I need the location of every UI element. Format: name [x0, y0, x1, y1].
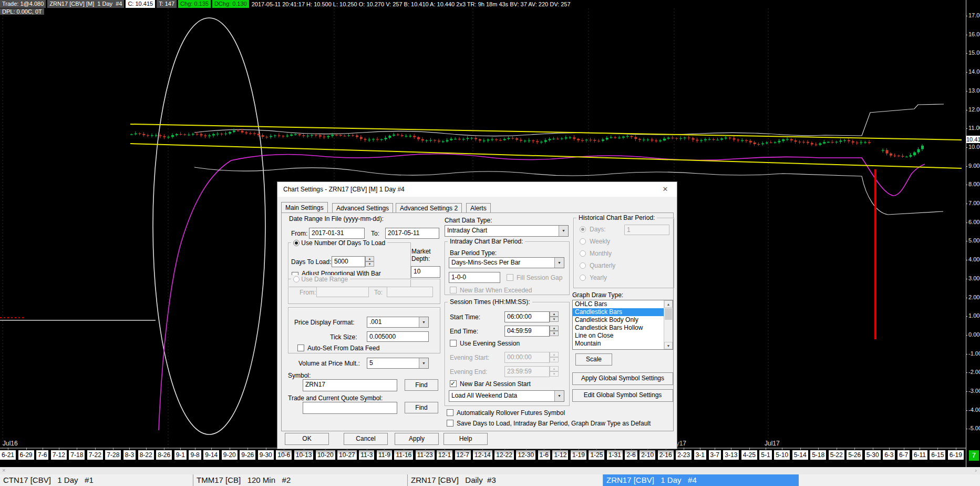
date-chip[interactable]: 9-14 [203, 450, 219, 460]
scroll-up-icon[interactable]: ▲ [664, 300, 673, 308]
graph-draw-type-option[interactable]: Candlestick Bars Hollow [573, 324, 673, 332]
graph-draw-type-listbox[interactable]: OHLC BarsCandlestick BarsCandlestick Bod… [572, 300, 673, 350]
date-chip[interactable]: 10-20 [316, 450, 335, 460]
date-chip[interactable]: 4-25 [741, 450, 757, 460]
date-chip[interactable]: 7-22 [87, 450, 103, 460]
evening-end-input[interactable]: 23:59:59 [504, 366, 550, 377]
date-chip[interactable]: 12-7 [455, 450, 471, 460]
udr-to-input[interactable] [387, 287, 433, 297]
days-to-load-input[interactable]: 5000 [332, 256, 365, 267]
volume-mult-select[interactable]: 5 ▼ [367, 358, 429, 369]
date-chip[interactable]: 5-30 [865, 450, 881, 460]
lower-yellow-trendline[interactable] [130, 144, 962, 168]
date-chip[interactable]: 2-23 [676, 450, 692, 460]
apply-global-symbol-settings-button[interactable]: Apply Global Symbol Settings [572, 372, 673, 385]
listbox-scrollbar[interactable]: ▲ ▼ [664, 300, 673, 349]
use-days-radio[interactable] [293, 240, 300, 246]
price-axis[interactable]: 17.00016.00015.00014.00013.00012.00011.0… [966, 0, 980, 486]
historical-radio-weekly[interactable] [580, 238, 586, 245]
date-chip[interactable]: 5-26 [847, 450, 862, 460]
date-chip[interactable]: 9-20 [222, 450, 238, 460]
date-chip[interactable]: 8-22 [138, 450, 154, 460]
date-chip[interactable]: 12-22 [494, 450, 514, 460]
trade-symbol-input[interactable] [303, 402, 397, 414]
historical-radio-quarterly[interactable] [580, 262, 586, 269]
scale-button[interactable]: Scale [575, 353, 612, 366]
date-chip[interactable]: 6-19 [948, 450, 964, 460]
help-button[interactable]: Help [443, 433, 488, 445]
dialog-tab-alerts[interactable]: Alerts [466, 203, 491, 213]
chevron-down-icon[interactable]: ▼ [554, 258, 564, 268]
historical-radio-days[interactable] [580, 226, 586, 232]
apply-button[interactable]: Apply [395, 433, 439, 445]
date-chip[interactable]: 12-14 [473, 450, 492, 460]
ellipse-drawing[interactable] [153, 18, 265, 434]
start-time-input[interactable]: 06:00:00 [504, 311, 550, 322]
evening-end-spinner[interactable]: ▲▼ [550, 366, 559, 377]
dialog-tab-advanced-settings-2[interactable]: Advanced Settings 2 [396, 203, 462, 213]
graph-draw-type-option[interactable]: Candlestick Body Only [573, 316, 673, 324]
date-chip[interactable]: 7-18 [69, 450, 85, 460]
edit-global-symbol-settings-button[interactable]: Edit Global Symbol Settings [572, 389, 673, 402]
date-chip[interactable]: 9-8 [189, 450, 201, 460]
date-chip[interactable]: 3-13 [723, 450, 739, 460]
fill-session-gap-checkbox[interactable] [507, 274, 513, 281]
scroll-right-arrow[interactable]: › [975, 467, 977, 473]
scroll-down-icon[interactable]: ▼ [664, 342, 673, 349]
historical-radio-monthly[interactable] [580, 250, 586, 257]
date-chip[interactable]: 9-30 [258, 450, 274, 460]
new-bar-exceeded-checkbox[interactable] [450, 287, 457, 293]
price-display-format-select[interactable]: .001 ▼ [367, 317, 429, 328]
start-time-spinner[interactable]: ▲▼ [550, 311, 559, 322]
historical-radio-yearly[interactable] [580, 275, 586, 281]
dialog-tab-advanced-settings[interactable]: Advanced Settings [332, 203, 393, 213]
date-chip[interactable]: 5-18 [810, 450, 826, 460]
chevron-down-icon[interactable]: ▼ [554, 391, 564, 401]
end-time-input[interactable]: 04:59:59 [504, 326, 550, 337]
date-chip[interactable]: 7-12 [51, 450, 67, 460]
market-depth-input[interactable]: 10 [411, 266, 440, 278]
close-icon[interactable]: ✕ [654, 182, 677, 197]
scroll-thumb[interactable] [665, 308, 672, 320]
date-chip[interactable]: 11-3 [359, 450, 374, 460]
date-chip[interactable]: 6-7 [898, 450, 910, 460]
cancel-button[interactable]: Cancel [344, 433, 388, 445]
use-date-range-radio[interactable] [293, 276, 300, 282]
graph-draw-type-option[interactable]: Line on Close [573, 332, 673, 340]
tick-size-input[interactable]: 0.005000 [367, 331, 429, 342]
date-chip[interactable]: 8-26 [156, 450, 172, 460]
date-chip[interactable]: 11-23 [416, 450, 435, 460]
date-chip[interactable]: 1-25 [589, 450, 604, 460]
date-chip[interactable]: 10-6 [276, 450, 292, 460]
date-chip[interactable]: 11-16 [394, 450, 413, 460]
date-chip[interactable]: 11-9 [377, 450, 392, 460]
to-date-input[interactable]: 2017-05-11 [385, 228, 439, 239]
date-chip[interactable]: 1-12 [552, 450, 568, 460]
chevron-down-icon[interactable]: ▼ [419, 358, 428, 368]
date-chip[interactable]: 6-15 [930, 450, 945, 460]
ok-button[interactable]: OK [285, 433, 329, 445]
date-chip[interactable]: 1-31 [607, 450, 623, 460]
date-chip[interactable]: 2-10 [639, 450, 655, 460]
date-chip[interactable]: 6-29 [18, 450, 34, 460]
bottom-scroll-strip[interactable]: × › [0, 467, 980, 474]
new-bar-session-checkbox[interactable] [450, 380, 457, 387]
graph-draw-type-option[interactable]: OHLC Bars [573, 300, 673, 308]
date-chip[interactable]: 10-27 [337, 450, 357, 460]
save-defaults-checkbox[interactable] [447, 420, 453, 427]
date-chip[interactable]: 5-14 [792, 450, 808, 460]
chevron-down-icon[interactable]: ▼ [419, 317, 428, 327]
use-evening-checkbox[interactable] [450, 340, 457, 347]
date-chip[interactable]: 1-6 [538, 450, 550, 460]
date-chip[interactable]: 12-1 [437, 450, 452, 460]
date-chip[interactable]: 6-3 [883, 450, 895, 460]
udr-from-input[interactable] [316, 287, 369, 297]
date-chip[interactable]: 5-22 [829, 450, 844, 460]
date-chip[interactable]: 5-10 [774, 450, 790, 460]
date-chip[interactable]: 1-19 [571, 450, 586, 460]
from-date-input[interactable]: 2017-01-31 [309, 228, 365, 239]
chartbook-tab-1[interactable]: CTN17 [CBV] 1 Day #1 [0, 474, 193, 486]
date-chip[interactable]: 6-11 [912, 450, 927, 460]
evening-start-spinner[interactable]: ▲▼ [550, 352, 559, 362]
days-to-load-spinner[interactable]: ▲▼ [365, 256, 374, 267]
